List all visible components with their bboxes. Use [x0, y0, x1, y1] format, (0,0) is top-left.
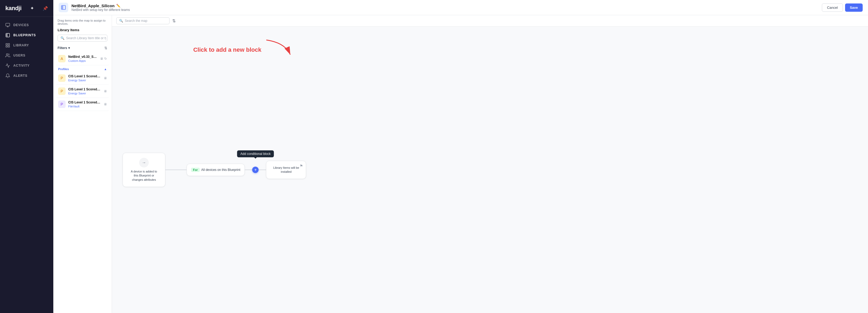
item-name: CIS Level 1 Scored - Energy Saver	[68, 74, 101, 79]
add-connector: +	[245, 169, 266, 170]
monitor-icon: 🖥	[104, 102, 107, 106]
header-actions: Cancel Save	[822, 3, 863, 12]
item-text: CIS Level 1 Scored - Energy Saver Energy…	[68, 88, 101, 95]
map-search-icon: 🔍	[119, 19, 123, 23]
filters-button[interactable]: Filters ▾	[58, 46, 70, 50]
item-icon: A	[58, 55, 66, 62]
item-actions: 🖥	[104, 102, 107, 106]
trigger-block: → A device is added to this Blueprint or…	[123, 153, 165, 187]
monitor-icon	[5, 23, 10, 28]
svg-rect-0	[6, 23, 10, 26]
grid-icon	[5, 43, 10, 48]
annotation-text: Click to add a new block	[193, 46, 261, 53]
list-item[interactable]: A NetBird_v0.33_Support_Team Custom Apps…	[56, 52, 109, 65]
section-title: Profiles	[58, 67, 69, 71]
profiles-section-label: Profiles ▲	[56, 65, 109, 72]
condition-row: For All devices on this Blueprint	[191, 168, 240, 172]
flow-container: → A device is added to this Blueprint or…	[123, 153, 306, 187]
library-search-box[interactable]: 🔍	[58, 35, 107, 41]
blueprint-info: NetBird_Apple_Silicon ✏️ NetBird with se…	[59, 3, 130, 12]
monitor-icon: 🖥	[104, 89, 107, 93]
list-item[interactable]: P CIS Level 1 Scored - Energy Saver Ener…	[56, 72, 109, 85]
save-button[interactable]: Save	[845, 3, 863, 12]
users-icon	[5, 53, 10, 58]
map-sort-icon[interactable]: ⇅	[172, 19, 176, 24]
list-item[interactable]: P CIS Level 1 Scored - Energy Saver Ener…	[56, 85, 109, 98]
sidebar-item-label: LIBRARY	[13, 43, 29, 47]
sidebar-item-activity[interactable]: ACTIVITY	[0, 61, 53, 71]
end-block-text: Library Items will be installed	[272, 166, 301, 174]
pin-icon[interactable]: 📌	[43, 6, 48, 11]
chevron-down-icon: ▾	[68, 46, 70, 50]
sidebar-item-users[interactable]: USERS	[0, 51, 53, 61]
item-type: Custom Apps	[68, 59, 97, 62]
svg-rect-1	[6, 33, 9, 37]
item-icon: P	[58, 100, 66, 108]
item-actions: 🖥	[104, 76, 107, 80]
item-name: NetBird_v0.33_Support_Team	[68, 55, 97, 59]
refresh-icon: ↻	[104, 57, 107, 61]
search-icon: 🔍	[61, 36, 64, 40]
item-text: NetBird_v0.33_Support_Team Custom Apps	[68, 55, 97, 62]
bell-icon	[5, 73, 10, 78]
sidebar-item-library[interactable]: LIBRARY	[0, 40, 53, 51]
flag-icon: ⚑	[300, 164, 303, 168]
item-actions: 🖥	[104, 89, 107, 93]
collapse-icon[interactable]: ▲	[104, 67, 107, 71]
svg-rect-2	[6, 43, 7, 45]
tooltip-container: + Add conditional block	[245, 169, 266, 170]
add-conditional-tooltip: Add conditional block	[237, 150, 274, 157]
blueprint-canvas: Click to add a new block →	[112, 27, 868, 313]
map-toolbar: 🔍 ⇅	[112, 15, 868, 27]
item-name: CIS Level 1 Scored - Energy Saver	[68, 88, 101, 92]
map-search-box[interactable]: 🔍	[116, 17, 169, 24]
sidebar-item-devices[interactable]: DEVICES	[0, 20, 53, 30]
sidebar-nav: DEVICES BLUEPRINTS LIBRARY USERS ACTIVIT…	[0, 17, 53, 313]
connector-line	[165, 169, 187, 170]
add-conditional-block-button[interactable]: +	[252, 167, 258, 173]
top-header: NetBird_Apple_Silicon ✏️ NetBird with se…	[53, 0, 868, 15]
library-list: A NetBird_v0.33_Support_Team Custom Apps…	[53, 52, 112, 313]
sidebar-item-blueprints[interactable]: BLUEPRINTS	[0, 30, 53, 40]
activity-icon	[5, 63, 10, 68]
svg-rect-4	[6, 46, 7, 47]
left-panel: Drag items onto the map to assign to dev…	[53, 15, 112, 313]
item-type: FileVault	[68, 105, 101, 108]
sort-icon[interactable]: ⇅	[104, 46, 107, 50]
sidebar-item-label: BLUEPRINTS	[13, 33, 36, 37]
sidebar-item-label: ACTIVITY	[13, 64, 30, 67]
blueprint-type-icon	[59, 3, 68, 12]
item-type: Energy Saver	[68, 92, 101, 95]
item-name: CIS Level 1 Scored - FileVault	[68, 100, 101, 105]
sidebar-item-alerts[interactable]: ALERTS	[0, 71, 53, 81]
trigger-arrow-icon: →	[139, 158, 149, 167]
item-text: CIS Level 1 Scored - Energy Saver Energy…	[68, 74, 101, 82]
monitor-icon: 🖥	[104, 76, 107, 80]
filters-bar: Filters ▾ ⇅	[53, 46, 112, 52]
blueprint-title-group: NetBird_Apple_Silicon ✏️ NetBird with se…	[71, 3, 130, 12]
list-item[interactable]: P CIS Level 1 Scored - FileVault FileVau…	[56, 98, 109, 111]
item-actions: 🖥 ↻	[100, 57, 107, 61]
sidebar-logo: kandji ✦ 📌	[0, 0, 53, 17]
app-logo: kandji	[5, 5, 22, 12]
library-items-title: Library Items	[58, 28, 107, 32]
left-panel-header: Drag items onto the map to assign to dev…	[53, 15, 112, 46]
item-type: Energy Saver	[68, 79, 101, 82]
content-area: Drag items onto the map to assign to dev…	[53, 15, 868, 313]
end-block: ⚑ Library Items will be installed	[266, 161, 306, 179]
edit-title-icon[interactable]: ✏️	[116, 4, 121, 8]
map-search-input[interactable]	[125, 19, 166, 23]
library-search-input[interactable]	[66, 36, 106, 40]
for-badge: For	[191, 168, 200, 172]
condition-block[interactable]: For All devices on this Blueprint	[187, 164, 245, 176]
svg-point-6	[6, 54, 8, 55]
svg-rect-5	[8, 46, 9, 47]
drag-hint: Drag items onto the map to assign to dev…	[58, 19, 107, 25]
cancel-button[interactable]: Cancel	[822, 3, 843, 12]
sidebar-item-label: ALERTS	[13, 74, 27, 77]
blueprint-title: NetBird_Apple_Silicon ✏️	[71, 3, 130, 8]
monitor-icon: 🖥	[100, 57, 103, 61]
svg-rect-7	[62, 6, 66, 9]
sidebar-item-label: DEVICES	[13, 23, 29, 27]
trigger-text: A device is added to this Blueprint or c…	[128, 169, 160, 182]
